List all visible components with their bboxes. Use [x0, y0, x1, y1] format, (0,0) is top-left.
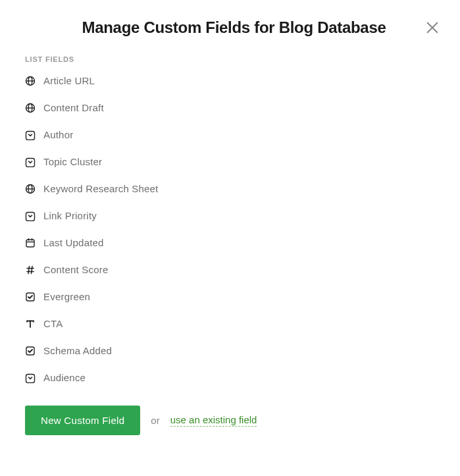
field-label: Schema Added — [43, 345, 112, 356]
field-row[interactable]: Author — [25, 121, 435, 148]
field-row[interactable]: Audience — [25, 364, 435, 391]
field-row[interactable]: Last Updated — [25, 229, 435, 256]
close-icon — [425, 20, 440, 35]
field-label: Last Updated — [43, 237, 104, 248]
field-label: Content Score — [43, 264, 109, 275]
field-label: Evergreen — [43, 291, 90, 302]
fields-list: Article URLContent DraftAuthorTopic Clus… — [0, 67, 460, 391]
dropdown-icon — [25, 373, 36, 383]
field-row[interactable]: Link Priority — [25, 202, 435, 229]
number-icon — [25, 265, 36, 275]
dropdown-icon — [25, 157, 36, 167]
field-label: Audience — [43, 372, 86, 383]
field-label: Author — [43, 129, 73, 140]
field-row[interactable]: Evergreen — [25, 283, 435, 310]
close-button[interactable] — [423, 18, 442, 37]
or-text: or — [151, 415, 159, 426]
checkbox-icon — [25, 292, 36, 302]
text-icon — [25, 319, 36, 329]
dropdown-icon — [25, 130, 36, 140]
field-row[interactable]: Article URL — [25, 67, 435, 94]
field-row[interactable]: CTA — [25, 310, 435, 337]
date-icon — [25, 238, 36, 248]
field-label: Link Priority — [43, 210, 97, 221]
field-label: CTA — [43, 318, 63, 329]
globe-icon — [25, 184, 36, 194]
field-row[interactable]: Content Draft — [25, 94, 435, 121]
field-label: Topic Cluster — [43, 156, 102, 167]
section-label: LIST FIELDS — [0, 37, 460, 67]
field-label: Content Draft — [43, 102, 104, 113]
globe-icon — [25, 76, 36, 86]
page-title: Manage Custom Fields for Blog Database — [45, 18, 423, 37]
field-row[interactable]: Content Score — [25, 256, 435, 283]
dropdown-icon — [25, 211, 36, 221]
field-label: Article URL — [43, 75, 95, 86]
new-custom-field-button[interactable]: New Custom Field — [25, 406, 140, 435]
field-label: Keyword Research Sheet — [43, 183, 159, 194]
use-existing-field-link[interactable]: use an existing field — [170, 414, 257, 427]
checkbox-icon — [25, 346, 36, 356]
field-row[interactable]: Topic Cluster — [25, 148, 435, 175]
field-row[interactable]: Keyword Research Sheet — [25, 175, 435, 202]
globe-icon — [25, 103, 36, 113]
field-row[interactable]: Schema Added — [25, 337, 435, 364]
